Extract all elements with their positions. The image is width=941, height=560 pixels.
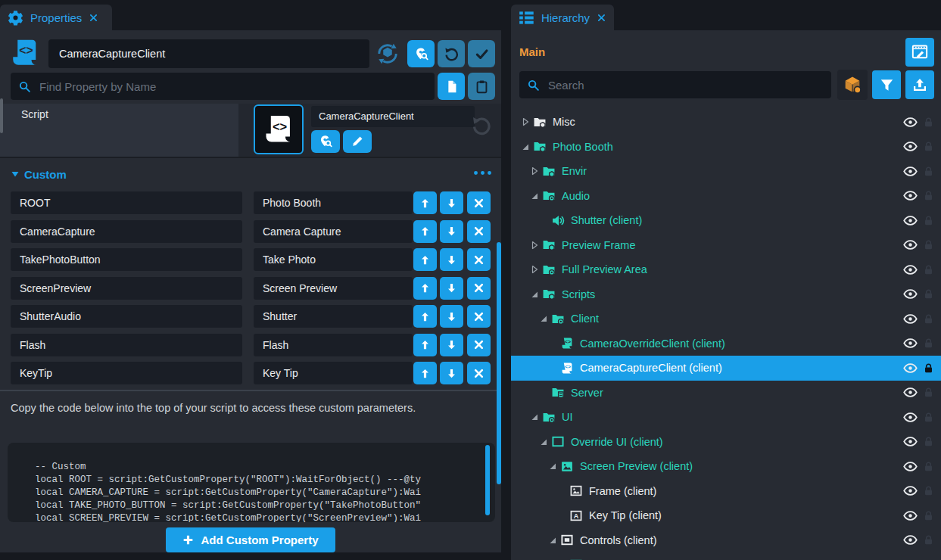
property-value-input[interactable] [254,191,413,214]
move-down-button[interactable] [440,220,463,243]
expand-collapsed-icon[interactable] [528,264,541,275]
copy-properties-button[interactable] [438,73,465,100]
more-options-icon[interactable] [472,170,493,176]
property-name-input[interactable] [11,248,242,271]
property-name-input[interactable] [11,220,242,243]
tree-row[interactable]: Controls (client) [511,528,941,553]
tree-row[interactable]: Full Preview Area [511,257,941,282]
move-up-button[interactable] [413,334,437,356]
expand-expanded-icon[interactable] [519,142,531,152]
property-value-input[interactable] [254,220,413,243]
move-down-button[interactable] [440,362,463,384]
revert-button[interactable] [438,40,465,67]
tree-row[interactable]: Override UI (client) [511,430,941,455]
tree-row[interactable]: Misc [511,110,941,135]
visibility-eye-icon[interactable] [903,264,918,275]
move-down-button[interactable] [440,191,463,214]
delete-property-button[interactable] [467,277,491,300]
tree-row[interactable]: Frame (client) [511,479,941,504]
tree-row[interactable]: Scripts [511,282,941,307]
delete-property-button[interactable] [467,191,491,214]
filter-button[interactable] [872,70,901,99]
tree-row[interactable]: UI [511,405,941,430]
visibility-eye-icon[interactable] [903,362,918,374]
expand-collapsed-icon[interactable] [528,240,541,250]
tree-row[interactable]: Shutter (client) [511,208,941,233]
move-up-button[interactable] [413,248,437,271]
lock-icon[interactable] [923,141,934,152]
move-up-button[interactable] [413,305,437,328]
find-in-hierarchy-button[interactable] [407,40,435,67]
visibility-eye-icon[interactable] [903,117,918,128]
edit-script-button[interactable] [343,130,372,153]
lock-icon[interactable] [923,412,934,423]
expand-expanded-icon[interactable] [547,535,559,546]
visibility-eye-icon[interactable] [903,387,918,398]
tab-hierarchy[interactable]: Hierarchy [511,5,614,30]
delete-property-button[interactable] [467,305,491,328]
tree-row[interactable]: Take Photo (client) [511,552,941,560]
visibility-eye-icon[interactable] [903,239,918,250]
move-up-button[interactable] [413,277,437,300]
delete-property-button[interactable] [467,248,491,271]
delete-property-button[interactable] [467,334,491,356]
lock-icon[interactable] [923,436,934,447]
move-down-button[interactable] [440,248,463,271]
visibility-eye-icon[interactable] [903,436,918,447]
property-value-input[interactable] [254,362,413,384]
tree-row[interactable]: Client [511,306,941,331]
visibility-eye-icon[interactable] [903,166,918,177]
move-up-button[interactable] [413,191,437,214]
expand-collapsed-icon[interactable] [519,117,531,127]
property-value-input[interactable] [254,277,413,300]
hierarchy-search-input[interactable] [547,78,824,92]
tree-row[interactable]: <>CameraOverrideClient (client) [511,331,941,356]
expand-expanded-icon[interactable] [528,191,541,201]
find-property-field[interactable] [11,73,435,100]
visibility-eye-icon[interactable] [903,485,918,496]
visibility-eye-icon[interactable] [903,190,918,201]
expand-expanded-icon[interactable] [547,461,559,471]
left-scrollbar[interactable] [0,98,3,133]
property-value-input[interactable] [254,305,413,328]
custom-section-header[interactable]: Custom [0,163,501,185]
expand-expanded-icon[interactable] [528,289,541,300]
delete-property-button[interactable] [467,220,491,243]
tree-row[interactable]: AKey Tip (client) [511,503,941,528]
lock-icon[interactable] [923,190,934,201]
visibility-eye-icon[interactable] [903,288,918,300]
property-name-input[interactable] [11,334,242,356]
expand-expanded-icon[interactable] [537,437,550,447]
move-down-button[interactable] [440,305,463,328]
visibility-eye-icon[interactable] [903,534,918,546]
lock-icon[interactable] [923,338,934,349]
move-down-button[interactable] [440,334,463,356]
lock-icon[interactable] [923,461,934,472]
tab-properties[interactable]: Properties [0,5,112,30]
visibility-eye-icon[interactable] [903,141,918,152]
property-name-input[interactable] [11,305,242,328]
lock-icon[interactable] [923,534,934,546]
property-name-input[interactable] [11,362,242,384]
close-icon[interactable] [89,13,98,23]
expand-collapsed-icon[interactable] [528,166,541,176]
code-scrollbar[interactable] [485,445,490,515]
delete-property-button[interactable] [467,362,491,384]
property-name-input[interactable] [11,191,242,214]
script-thumbnail[interactable]: <> [254,104,304,154]
tree-row[interactable]: Envir [511,159,941,184]
visibility-eye-icon[interactable] [903,338,918,349]
lock-icon[interactable] [923,264,934,275]
close-icon[interactable] [597,13,606,23]
publish-button[interactable] [905,70,934,99]
lock-icon[interactable] [923,166,934,177]
property-value-input[interactable] [254,248,413,271]
lock-icon[interactable] [923,510,934,521]
preview-scene-button[interactable] [905,38,934,67]
visibility-eye-icon[interactable] [903,510,918,521]
tree-row[interactable]: Preview Frame [511,233,941,258]
panel-scrollbar[interactable] [497,242,501,484]
property-value-input[interactable] [254,334,413,356]
find-script-asset-button[interactable] [311,130,340,153]
visibility-eye-icon[interactable] [903,313,918,325]
